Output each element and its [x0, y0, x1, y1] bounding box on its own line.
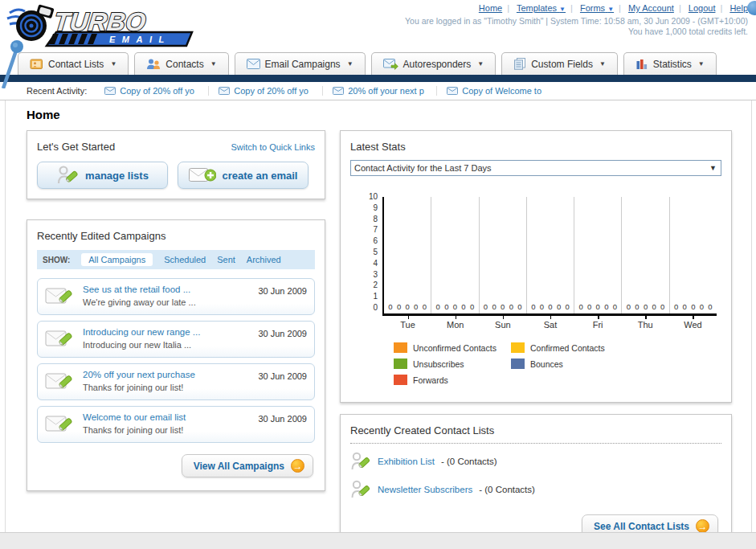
recent-activity-item[interactable]: Copy of 20% off yo	[104, 86, 209, 96]
chart-value: 0	[683, 302, 687, 311]
chart-value: 0	[596, 302, 600, 311]
campaign-subtitle: We're giving away our late ...	[83, 297, 196, 307]
create-email-button[interactable]: create an email	[178, 162, 309, 189]
recent-activity-item[interactable]: 20% off your next p	[333, 86, 437, 96]
campaign-title-link[interactable]: See us at the retail food ...	[83, 285, 258, 294]
campaign-row[interactable]: Introducing our new range ... Introducin…	[37, 321, 315, 358]
autoresponders-icon	[383, 59, 398, 70]
campaign-date: 30 Jun 2009	[258, 371, 307, 381]
envelope-icon	[104, 87, 116, 95]
legend-item: Forwards	[394, 375, 511, 385]
navy-divider-bar	[0, 75, 756, 82]
chevron-down-icon: ▼	[347, 60, 353, 68]
view-all-campaigns-label: View All Campaigns	[194, 461, 284, 472]
chevron-down-icon: ▼	[607, 6, 614, 13]
y-axis-tick: 7	[362, 226, 382, 234]
envelope-pencil-icon	[45, 285, 76, 308]
y-axis-tick: 4	[362, 260, 382, 268]
chart-value: 0	[660, 302, 664, 311]
tab-statistics[interactable]: Statistics ▼	[623, 52, 717, 75]
arrow-right-icon: →	[696, 519, 709, 533]
legend-swatch	[511, 342, 525, 353]
footer-strip	[0, 532, 756, 549]
chevron-down-icon: ▼	[477, 60, 484, 68]
envelope-icon	[333, 87, 344, 95]
link-help[interactable]: Help	[729, 3, 748, 13]
y-axis-tick: 8	[362, 215, 382, 223]
person-pencil-icon	[350, 451, 371, 472]
campaign-title-link[interactable]: Introducing our new range ...	[83, 327, 258, 337]
chart-value: 0	[604, 302, 608, 311]
chart-value: 0	[484, 302, 488, 311]
tab-contacts[interactable]: Contacts ▼	[134, 52, 228, 75]
chevron-down-icon: ▼	[709, 164, 717, 172]
chart-legend: Unconfirmed ContactsConfirmed ContactsUn…	[394, 342, 717, 391]
contact-list-link[interactable]: Exhibition List	[378, 457, 435, 466]
contact-list-row[interactable]: Newsletter Subscribers - (0 Contacts)	[350, 479, 721, 500]
chart-value: 0	[453, 302, 457, 311]
legend-item: Unconfirmed Contacts	[394, 342, 511, 353]
chart-value: 0	[652, 302, 656, 311]
link-separator: |	[679, 3, 681, 13]
chart-day-group: 00000	[384, 197, 431, 313]
arrow-right-icon: →	[291, 459, 304, 473]
chart-value: 0	[405, 302, 409, 311]
see-all-contact-lists-label: See All Contact Lists	[594, 521, 689, 532]
chart-value: 0	[587, 302, 591, 311]
chart-day-group: 00000	[431, 197, 479, 313]
chart-value: 0	[548, 302, 552, 311]
chevron-down-icon: ▼	[559, 6, 566, 13]
filter-sent[interactable]: Sent	[217, 255, 235, 264]
recent-activity-item[interactable]: Copy of 20% off yo	[219, 86, 323, 96]
legend-label: Unconfirmed Contacts	[413, 343, 497, 353]
contact-lists-icon	[30, 58, 43, 70]
top-links: Home| Templates ▼| Forms ▼| My Account| …	[405, 3, 748, 13]
tab-label: Statistics	[653, 59, 692, 70]
link-forms[interactable]: Forms ▼	[580, 3, 614, 13]
filter-scheduled[interactable]: Scheduled	[164, 255, 206, 264]
link-logout[interactable]: Logout	[689, 3, 716, 13]
link-home[interactable]: Home	[479, 3, 502, 13]
campaign-date: 30 Jun 2009	[258, 329, 307, 338]
tab-label: Autoresponders	[403, 59, 472, 70]
stats-period-value: Contact Activity for the Last 7 Days	[354, 163, 492, 173]
legend-item: Unsubscribes	[394, 358, 511, 369]
filter-archived[interactable]: Archived	[247, 255, 281, 264]
person-pencil-icon	[350, 479, 371, 500]
main-nav: Contact Lists ▼ Contacts ▼ Email Campaig…	[0, 50, 756, 75]
chart-value: 0	[635, 302, 639, 311]
tab-contact-lists[interactable]: Contact Lists ▼	[18, 52, 129, 75]
manage-lists-button[interactable]: manage lists	[37, 162, 168, 189]
envelope-pencil-icon	[45, 328, 76, 350]
view-all-campaigns-button[interactable]: View All Campaigns →	[182, 454, 313, 477]
contact-activity-chart: 109876543210 000000000000000000000000000…	[362, 197, 717, 391]
recent-activity-label: Recent Activity:	[27, 86, 87, 96]
filter-all-campaigns[interactable]: All Campaigns	[81, 253, 153, 266]
recent-activity-item[interactable]: Copy of Welcome to	[447, 86, 551, 96]
tab-email-campaigns[interactable]: Email Campaigns ▼	[235, 52, 366, 75]
chevron-down-icon: ▼	[110, 60, 116, 68]
campaign-row[interactable]: See us at the retail food ... We're givi…	[37, 278, 315, 315]
x-axis-label: Tue	[384, 316, 431, 330]
link-templates[interactable]: Templates ▼	[517, 3, 566, 13]
contact-lists-title: Recently Created Contact Lists	[350, 424, 721, 444]
page-title: Home	[27, 108, 732, 121]
campaign-date: 30 Jun 2009	[258, 414, 307, 424]
link-my-account[interactable]: My Account	[628, 3, 674, 13]
stats-period-select[interactable]: Contact Activity for the Last 7 Days ▼	[350, 160, 721, 176]
campaign-title-link[interactable]: Welcome to our email list	[83, 412, 258, 422]
contact-list-row[interactable]: Exhibition List - (0 Contacts)	[350, 451, 721, 472]
chart-value: 0	[627, 302, 631, 311]
contact-list-link[interactable]: Newsletter Subscribers	[378, 485, 472, 494]
campaign-title-link[interactable]: 20% off your next purchase	[83, 370, 258, 379]
chart-value: 0	[691, 302, 695, 311]
legend-label: Bounces	[530, 359, 563, 369]
campaign-row[interactable]: Welcome to our email list Thanks for joi…	[37, 406, 315, 443]
tab-autoresponders[interactable]: Autoresponders ▼	[371, 52, 497, 75]
legend-item: Bounces	[511, 358, 628, 369]
switch-quick-links[interactable]: Switch to Quick Links	[231, 142, 315, 152]
campaign-row[interactable]: 20% off your next purchase Thanks for jo…	[37, 363, 315, 400]
tab-custom-fields[interactable]: Custom Fields ▼	[501, 52, 618, 75]
chart-value: 0	[708, 302, 712, 311]
chart-value: 0	[388, 302, 392, 311]
